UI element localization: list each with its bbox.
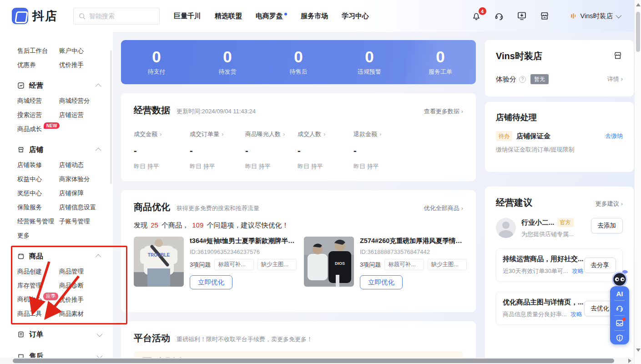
deposit-description: 缴纳保证金取消订单/提现限制 [496, 146, 623, 154]
sidebar-item-mall-operation[interactable]: 商城经营 [17, 97, 59, 105]
sidebar-item-product-diagnose[interactable]: 商品诊断 [59, 282, 84, 290]
sidebar-section-operations[interactable]: 经营 [17, 77, 113, 94]
optimize-all-link[interactable]: 优化全部商品 [424, 204, 463, 212]
metric-order-count[interactable]: 成交订单量-昨日 持平 [190, 130, 245, 171]
storefront-icon [539, 10, 550, 21]
sidebar-item-benefits-center[interactable]: 权益中心 [17, 175, 59, 183]
sidebar-item-reward-punish[interactable]: 奖惩中心 [17, 189, 59, 197]
assistant-security-button[interactable] [615, 334, 624, 343]
sidebar-item-subaccount-mgmt[interactable]: 子账号管理 [59, 217, 90, 226]
sidebar-item-shop-operation[interactable]: 店铺运营 [59, 111, 84, 119]
nav-service-market[interactable]: 服务市场 [294, 12, 335, 20]
shop-storefront-icon[interactable] [613, 51, 623, 62]
sidebar-item-mall-score[interactable]: 商城经营分 [59, 97, 90, 105]
sidebar-item-merchant-score[interactable]: 商家体验分 [59, 175, 90, 183]
metric-gmv[interactable]: 成交金额-昨日 持平 [134, 130, 190, 171]
nav-learning-center[interactable]: 学习中心 [335, 12, 376, 20]
notification-bell-button[interactable]: 4 [471, 10, 482, 21]
pay-deposit-link[interactable]: 去缴纳 [605, 132, 623, 140]
nav-luopan[interactable]: 电商罗盘 [249, 12, 294, 20]
sidebar-item-shop-info-settings[interactable]: 店铺信息设置 [59, 203, 96, 212]
vertical-scrollbar-thumb[interactable] [636, 12, 640, 52]
sidebar-item-product-create[interactable]: 商品创建 [17, 268, 59, 276]
nav-qianchuan[interactable]: 巨量千川 [167, 12, 208, 20]
scroll-right-arrow[interactable] [628, 359, 631, 363]
collapse-chevron-icon [96, 83, 101, 89]
download-client-button[interactable] [516, 10, 527, 21]
sidebar-item-price-promoter-2[interactable]: 优价推手 [59, 296, 84, 304]
app-logo[interactable]: 抖店 [12, 8, 58, 24]
sidebar-item-product-manage[interactable]: 商品管理 [59, 268, 84, 276]
product-card: DIOS Z574#260克重磅加厚港风夏季情侣潮... ID:36188887… [304, 237, 467, 289]
ai-button[interactable]: AI [616, 290, 623, 298]
sidebar-section-shop[interactable]: 店铺 [17, 142, 113, 158]
issue-tag: 缺少主图... [428, 259, 467, 270]
metric-buyers[interactable]: 成交人数-昨日 持平 [298, 130, 353, 171]
help-icon[interactable]: ? [519, 76, 526, 83]
scroll-down-arrow[interactable] [636, 349, 641, 352]
strategy-link[interactable]: 攻略 [570, 310, 582, 318]
add-contact-button[interactable]: 去添加 [591, 218, 623, 233]
sidebar-item-insurance[interactable]: 保险服务 [17, 203, 59, 212]
metric-exposure[interactable]: 商品曝光人数-昨日 持平 [245, 130, 298, 171]
sidebar-item-inventory-manage[interactable]: 库存管理 [17, 282, 59, 290]
stat-violation-warning[interactable]: 0违规预警 [334, 40, 405, 84]
shop-todo-card: 店铺待处理 待办 店铺保证金 去缴纳 缴纳保证金取消订单/提现限制 [485, 102, 634, 172]
issue-count-label: 3项问题 [190, 261, 211, 269]
notification-count-badge: 4 [479, 7, 486, 15]
horizontal-scrollbar-thumb[interactable] [13, 359, 614, 363]
nav-jingxuan[interactable]: 精选联盟 [208, 12, 249, 20]
chevron-down-icon [616, 12, 622, 18]
topbar: 抖店 巨量千川 精选联盟 电商罗盘 服务市场 学习中心 4 [0, 0, 641, 32]
product-image[interactable]: TROUBLE [134, 237, 184, 287]
account-switcher[interactable]: Vins时装店 [569, 12, 620, 20]
sidebar-item-product-growth[interactable]: 商品成长NEW [17, 125, 59, 133]
stat-pending-payment[interactable]: 0待支付 [121, 40, 192, 84]
sidebar-item-opportunity-center[interactable]: 商机中心应季 [17, 295, 59, 304]
sidebar-scrollbar-thumb[interactable] [110, 50, 112, 184]
assistant-inbox-button[interactable] [615, 318, 624, 328]
sidebar-item-account-mgmt[interactable]: 经营账号管理 [17, 217, 59, 226]
sidebar-section-orders[interactable]: 订单 [17, 326, 113, 343]
product-optimize-card: 商品优化 获得更多免费的搜索和推荐流量 优化全部商品 发现 25 个商品， 10… [121, 190, 476, 312]
product-title[interactable]: Z574#260克重磅加厚港风夏季情侣潮... [360, 237, 467, 245]
sidebar-section-products[interactable]: 商品 [17, 248, 113, 264]
view-more-data-link[interactable]: 查看更多数据 [424, 107, 463, 116]
unread-dot [622, 318, 626, 321]
metric-refund[interactable]: 退款金额-昨日 持平 [353, 130, 381, 171]
sidebar-item-product-material[interactable]: 商品素材 [59, 310, 84, 318]
todo-badge: 待办 [496, 131, 512, 141]
sidebar-item-search-operation[interactable]: 搜索运营 [17, 111, 59, 119]
product-title[interactable]: t364#短袖t恤男士夏季新款潮牌半袖... [190, 237, 297, 245]
sidebar-item-coupon[interactable]: 优惠券 [17, 61, 59, 69]
official-badge: 官方 [557, 218, 574, 227]
sidebar-item-aftersale-workbench[interactable]: 售后工作台 [17, 47, 59, 55]
sidebar-item-more[interactable]: 更多 [17, 232, 59, 240]
issue-tag: 缺少主图... [257, 259, 297, 270]
assistant-headset-button[interactable] [615, 303, 624, 313]
optimize-now-button[interactable]: 立即优化 [360, 275, 403, 289]
contact-description: 为您提供店铺专属... [521, 230, 587, 238]
stat-service-tickets[interactable]: 0服务工单 [405, 40, 476, 84]
stat-pending-shipment[interactable]: 0待发货 [192, 40, 263, 84]
business-data-title: 经营数据 [134, 104, 170, 116]
search-input[interactable] [89, 12, 148, 20]
sidebar-item-product-tools[interactable]: 商品工具 [17, 310, 59, 318]
sidebar-item-shop-decoration[interactable]: 店铺装修 [17, 161, 59, 169]
sidebar-item-price-promoter[interactable]: 优价推手 [59, 61, 84, 69]
global-search[interactable] [73, 8, 160, 25]
score-detail-link[interactable]: 详情 [607, 75, 623, 83]
optimize-now-button[interactable]: 立即优化 [190, 275, 232, 289]
expand-chevron-icon [97, 331, 103, 337]
more-advice-link[interactable]: 更多建议 [596, 200, 623, 208]
sidebar-item-shop-updates[interactable]: 店铺动态 [59, 161, 84, 169]
storefront-button[interactable] [539, 10, 550, 21]
sidebar-item-account-center[interactable]: 账户中心 [59, 47, 84, 55]
shop-name: Vins时装店 [496, 50, 542, 62]
scroll-up-arrow[interactable] [636, 3, 641, 6]
stat-pending-aftersale[interactable]: 0待售后 [263, 40, 334, 84]
product-image[interactable]: DIOS [304, 237, 354, 287]
strategy-link[interactable]: 攻略 [572, 267, 584, 275]
customer-service-button[interactable] [494, 10, 505, 21]
sidebar-item-shop-guarantee[interactable]: 店铺保障 [59, 189, 84, 197]
